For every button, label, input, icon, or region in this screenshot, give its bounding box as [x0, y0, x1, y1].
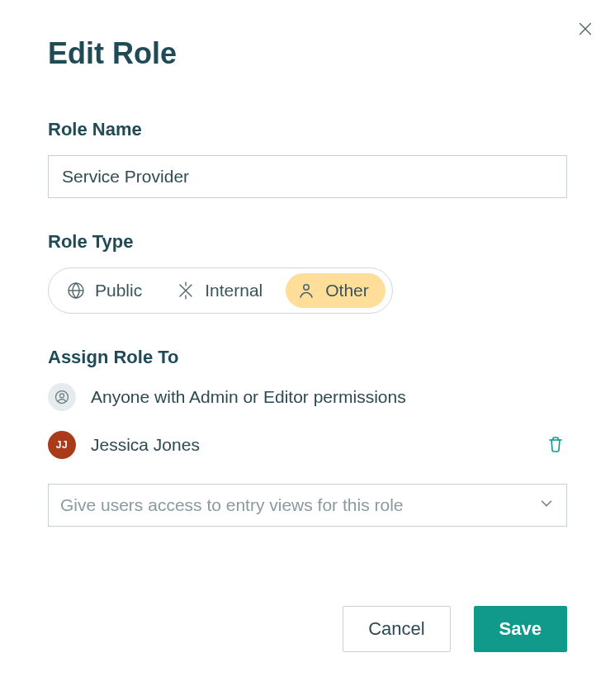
assign-default-row: Anyone with Admin or Editor permissions: [48, 383, 567, 411]
modal-footer: Cancel Save: [343, 606, 567, 652]
assign-list: Anyone with Admin or Editor permissions …: [48, 383, 567, 459]
edit-role-modal: Edit Role Role Name Role Type Public Int…: [0, 0, 615, 527]
svg-point-10: [60, 394, 64, 398]
close-icon: [576, 20, 594, 40]
person-circle-icon: [48, 383, 76, 411]
svg-point-8: [304, 285, 309, 290]
person-icon: [296, 280, 317, 301]
assign-default-text: Anyone with Admin or Editor permissions: [91, 387, 406, 407]
modal-title: Edit Role: [48, 36, 567, 71]
role-type-public[interactable]: Public: [55, 273, 158, 308]
role-type-section: Role Type Public Internal Other: [48, 231, 567, 314]
user-avatar: JJ: [48, 431, 76, 459]
trash-icon: [546, 433, 565, 457]
assign-label: Assign Role To: [48, 347, 567, 368]
role-type-other[interactable]: Other: [286, 273, 386, 308]
role-type-group: Public Internal Other: [48, 267, 393, 314]
assign-section: Assign Role To Anyone with Admin or Edit…: [48, 347, 567, 527]
assign-dropdown[interactable]: [48, 484, 567, 527]
role-type-internal[interactable]: Internal: [165, 273, 279, 308]
role-name-label: Role Name: [48, 119, 567, 140]
role-name-section: Role Name: [48, 119, 567, 198]
cancel-button[interactable]: Cancel: [343, 606, 450, 652]
crossed-tools-icon: [175, 280, 196, 301]
role-type-public-label: Public: [95, 281, 142, 300]
assign-user-name: Jessica Jones: [91, 435, 200, 455]
role-type-internal-label: Internal: [205, 281, 263, 300]
assign-user-row: JJ Jessica Jones: [48, 431, 567, 459]
role-type-label: Role Type: [48, 231, 567, 253]
role-type-other-label: Other: [325, 281, 369, 300]
role-name-input[interactable]: [48, 155, 567, 198]
save-button[interactable]: Save: [474, 606, 567, 652]
globe-icon: [65, 280, 87, 301]
assign-search-input[interactable]: [48, 484, 567, 527]
remove-user-button[interactable]: [544, 433, 567, 456]
close-button[interactable]: [574, 18, 597, 41]
